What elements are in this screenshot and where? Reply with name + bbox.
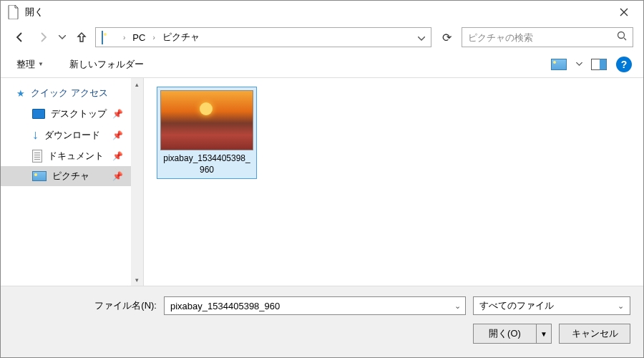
file-type-filter[interactable]: すべてのファイル ⌄: [473, 296, 630, 315]
filename-label: ファイル名(N):: [14, 299, 157, 312]
search-icon[interactable]: [617, 31, 627, 44]
open-split-dropdown[interactable]: ▼: [537, 330, 551, 338]
document-icon: [32, 150, 42, 163]
up-button[interactable]: [72, 28, 91, 47]
open-button[interactable]: 開く(O) ▼: [473, 324, 552, 344]
svg-point-0: [618, 32, 625, 39]
recent-dropdown[interactable]: [57, 28, 68, 47]
breadcrumb-pictures[interactable]: ピクチャ: [160, 29, 203, 45]
desktop-icon: [32, 109, 45, 119]
sidebar-item-downloads[interactable]: ↓ ダウンロード 📌: [1, 124, 143, 146]
file-thumbnail[interactable]: pixabay_1534405398_960: [157, 87, 257, 179]
search-box[interactable]: [462, 27, 633, 47]
new-folder-button[interactable]: 新しいフォルダー: [65, 55, 148, 74]
organize-menu[interactable]: 整理 ▼: [12, 55, 48, 74]
download-icon: ↓: [32, 127, 39, 142]
pictures-icon: [32, 171, 47, 181]
pictures-folder-icon: [102, 32, 116, 43]
sidebar-quick-access[interactable]: ★ クイック アクセス: [1, 82, 143, 104]
pin-icon: 📌: [112, 109, 123, 119]
chevron-right-icon: ›: [151, 34, 156, 42]
file-icon: [8, 5, 19, 19]
svg-rect-2: [600, 59, 607, 69]
search-input[interactable]: [468, 32, 617, 43]
view-mode-dropdown[interactable]: [573, 56, 585, 73]
star-icon: ★: [16, 88, 25, 99]
navigation-pane: ★ クイック アクセス デスクトップ 📌 ↓ ダウンロード 📌 ドキュメント 📌…: [1, 78, 144, 286]
filename-combobox[interactable]: ⌄: [164, 296, 466, 315]
filename-dropdown[interactable]: ⌄: [449, 301, 465, 311]
view-mode-button[interactable]: [549, 56, 569, 73]
window-title: 開く: [25, 6, 608, 19]
file-name: pixabay_1534405398_960: [160, 150, 253, 175]
chevron-down-icon: ⌄: [618, 301, 624, 311]
chevron-right-icon: ›: [122, 34, 127, 42]
sidebar-item-label: ドキュメント: [48, 150, 104, 163]
scroll-down-arrow[interactable]: ▾: [131, 274, 143, 286]
filename-input[interactable]: [165, 301, 449, 311]
chevron-down-icon: ▼: [38, 61, 44, 67]
help-button[interactable]: ?: [616, 57, 632, 72]
address-bar[interactable]: › PC › ピクチャ: [95, 27, 431, 47]
refresh-button[interactable]: ⟳: [436, 27, 457, 47]
sidebar-item-label: ピクチャ: [52, 170, 89, 183]
back-button[interactable]: [11, 28, 29, 47]
address-dropdown[interactable]: [415, 31, 428, 44]
file-list[interactable]: pixabay_1534405398_960: [144, 78, 643, 286]
sidebar-item-desktop[interactable]: デスクトップ 📌: [1, 104, 143, 124]
close-button[interactable]: [608, 1, 640, 24]
sidebar-item-label: ダウンロード: [44, 129, 100, 142]
cancel-button[interactable]: キャンセル: [559, 324, 630, 344]
sidebar-item-pictures[interactable]: ピクチャ 📌: [1, 166, 143, 186]
scroll-up-arrow[interactable]: ▴: [131, 78, 143, 90]
forward-button[interactable]: [34, 28, 52, 47]
pin-icon: 📌: [112, 171, 123, 181]
thumbnail-image: [160, 90, 253, 150]
sidebar-scrollbar[interactable]: ▴ ▾: [131, 78, 143, 286]
sidebar-item-documents[interactable]: ドキュメント 📌: [1, 146, 143, 166]
sidebar-item-label: デスクトップ: [51, 107, 107, 120]
pin-icon: 📌: [112, 151, 123, 161]
preview-pane-button[interactable]: [589, 56, 609, 73]
breadcrumb-pc[interactable]: PC: [130, 31, 148, 44]
pin-icon: 📌: [112, 130, 123, 140]
